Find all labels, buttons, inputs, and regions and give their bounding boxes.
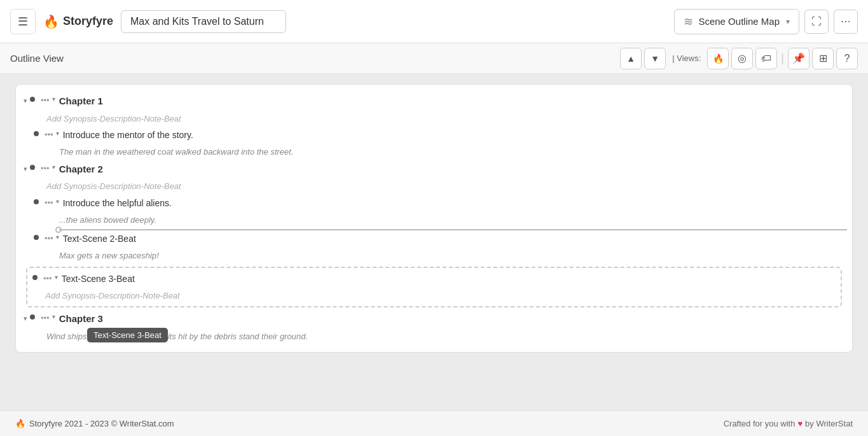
footer-flame-icon: 🔥 — [15, 419, 25, 428]
scene-dropdown[interactable]: ▾ — [55, 272, 58, 282]
add-synopsis-label[interactable]: Add Synopsis-Description-Note-Beat — [46, 180, 181, 193]
scene-label: Text-Scene 3-Beat — [62, 272, 135, 286]
chapter-label: Chapter 3 — [59, 312, 103, 327]
circle-view-icon: ◎ — [738, 52, 747, 64]
scene-menu[interactable]: ••• — [43, 272, 52, 285]
scene-menu[interactable]: ••• — [45, 129, 53, 141]
list-item: ▾ ••• ▾ Chapter 1 — [21, 92, 847, 111]
scene-label: Introduce the mentor of the story. — [63, 129, 193, 142]
drag-tooltip: Text-Scene 3-Beat — [87, 328, 168, 342]
separator: | — [781, 52, 784, 65]
more-options-button[interactable]: ⋯ — [834, 10, 858, 34]
more-icon: ⋯ — [841, 15, 851, 27]
outline-view-label: Outline View — [10, 53, 64, 64]
chapter-dot — [30, 165, 35, 170]
scene-body: Max gets a new spaceship! — [59, 250, 159, 262]
chapter-label: Chapter 1 — [59, 94, 103, 109]
flame-view-icon: 🔥 — [713, 53, 724, 64]
view-grid-button[interactable]: ⊞ — [812, 48, 834, 69]
footer-copyright: Storyfyre 2021 - 2023 © WriterStat.com — [29, 419, 174, 428]
expand-button[interactable]: ⛶ — [804, 10, 829, 34]
list-item: ...the aliens bowed deeply. — [21, 212, 847, 229]
list-item: Add Synopsis-Description-Note-Beat — [21, 178, 847, 195]
tag-view-icon: 🏷 — [761, 53, 771, 64]
footer-crafted-prefix: Crafted for you with — [724, 419, 796, 428]
chapter-dropdown[interactable]: ▾ — [52, 94, 55, 104]
heart-icon: ♥ — [797, 419, 803, 428]
brand-logo: 🔥 Storyfyre — [43, 14, 113, 29]
scene-label: Introduce the helpful aliens. — [63, 197, 172, 210]
footer-right: Crafted for you with ♥ by WriterStat — [724, 419, 853, 428]
chapter-synopsis: Wind ships approach, Max and Kits hit by… — [46, 330, 308, 343]
pin-view-icon: 📌 — [792, 52, 805, 64]
chapter-label: Chapter 2 — [59, 162, 103, 177]
expand-icon: ⛶ — [811, 16, 822, 27]
list-item: The man in the weathered coat walked bac… — [21, 144, 847, 160]
scene-body: ...the aliens bowed deeply. — [59, 214, 156, 227]
dashed-drop-target: ••• ▾ Text-Scene 3-Beat Add Synopsis-Des… — [26, 267, 842, 308]
subheader-controls: ▲ ▼ | Views: 🔥 ◎ 🏷 | 📌 ⊞ ? — [620, 48, 858, 69]
scene-dropdown[interactable]: ▾ — [56, 232, 59, 242]
chevron-down-icon: ▼ — [651, 53, 659, 64]
scene-outline-label: Scene Outline Map — [698, 16, 780, 27]
chapter-menu[interactable]: ••• — [41, 312, 50, 325]
chapter-menu[interactable]: ••• — [41, 162, 50, 175]
scene-outline-icon: ≋ — [684, 15, 693, 29]
header-right: ≋ Scene Outline Map ▾ ⛶ ⋯ — [674, 9, 858, 34]
scene-dropdown[interactable]: ▾ — [56, 197, 59, 206]
scene-body: The man in the weathered coat walked bac… — [59, 146, 294, 158]
collapse-icon[interactable]: ▾ — [24, 162, 27, 174]
list-item: Add Synopsis-Description-Note-Beat — [21, 111, 847, 127]
list-item: ▾ ••• ▾ Chapter 3 — [21, 310, 847, 328]
nav-down-button[interactable]: ▼ — [644, 48, 666, 69]
chapter-dropdown[interactable]: ▾ — [52, 312, 55, 321]
list-item: ••• ▾ Text-Scene 2-Beat — [21, 230, 847, 248]
chapter-dot — [30, 97, 35, 102]
footer-crafted-suffix: by WriterStat — [805, 419, 853, 428]
scene-menu[interactable]: ••• — [45, 232, 53, 245]
doc-title-input[interactable] — [121, 10, 286, 33]
hamburger-button[interactable]: ☰ — [10, 9, 36, 34]
view-help-button[interactable]: ? — [836, 48, 858, 69]
grid-view-icon: ⊞ — [819, 52, 827, 64]
outline-panel: ▾ ••• ▾ Chapter 1 Add Synopsis-Descripti… — [15, 84, 853, 353]
footer: 🔥 Storyfyre 2021 - 2023 © WriterStat.com… — [0, 411, 868, 436]
subheader: Outline View ▲ ▼ | Views: 🔥 ◎ 🏷 | 📌 ⊞ ? — [0, 43, 868, 74]
view-circle-button[interactable]: ◎ — [731, 48, 753, 69]
scene-dot — [34, 131, 39, 136]
chapter-dropdown[interactable]: ▾ — [52, 162, 55, 172]
brand-name: Storyfyre — [63, 15, 113, 28]
scene-outline-button[interactable]: ≋ Scene Outline Map ▾ — [674, 9, 799, 34]
chevron-down-icon: ▾ — [786, 17, 790, 26]
header: ☰ 🔥 Storyfyre ≋ Scene Outline Map ▾ ⛶ ⋯ — [0, 0, 868, 43]
add-synopsis-label[interactable]: Add Synopsis-Description-Note-Beat — [45, 290, 180, 302]
scene-label: Text-Scene 2-Beat — [63, 232, 136, 246]
view-flame-button[interactable]: 🔥 — [707, 48, 729, 69]
chapter-menu[interactable]: ••• — [41, 94, 50, 107]
footer-left: 🔥 Storyfyre 2021 - 2023 © WriterStat.com — [15, 419, 174, 428]
scene-dot — [34, 235, 39, 240]
list-item: ••• ▾ Introduce the helpful aliens. — [21, 195, 847, 212]
add-synopsis-label[interactable]: Add Synopsis-Description-Note-Beat — [46, 113, 181, 125]
list-item: ••• ▾ Introduce the mentor of the story. — [21, 127, 847, 144]
help-icon: ? — [844, 53, 850, 64]
hamburger-icon: ☰ — [18, 15, 28, 29]
scene-dot — [32, 275, 38, 280]
view-pin-button[interactable]: 📌 — [788, 48, 809, 69]
scene-dropdown[interactable]: ▾ — [56, 129, 59, 138]
flame-icon: 🔥 — [43, 14, 59, 29]
chapter-dot — [30, 314, 35, 320]
list-item: ▾ ••• ▾ Chapter 2 — [21, 160, 847, 179]
chevron-up-icon: ▲ — [626, 53, 635, 64]
list-item: ••• ▾ Text-Scene 3-Beat — [32, 271, 836, 288]
views-label: | Views: — [672, 53, 701, 63]
collapse-icon[interactable]: ▾ — [24, 94, 27, 106]
view-tag-button[interactable]: 🏷 — [755, 48, 777, 69]
scene-dot — [34, 199, 39, 204]
list-item: Add Synopsis-Description-Note-Beat — [32, 288, 836, 304]
main-content: ▾ ••• ▾ Chapter 1 Add Synopsis-Descripti… — [0, 74, 868, 411]
collapse-icon[interactable]: ▾ — [24, 312, 27, 324]
nav-up-button[interactable]: ▲ — [620, 48, 642, 69]
scene-menu[interactable]: ••• — [45, 197, 53, 209]
list-item: Max gets a new spaceship! — [21, 248, 847, 264]
